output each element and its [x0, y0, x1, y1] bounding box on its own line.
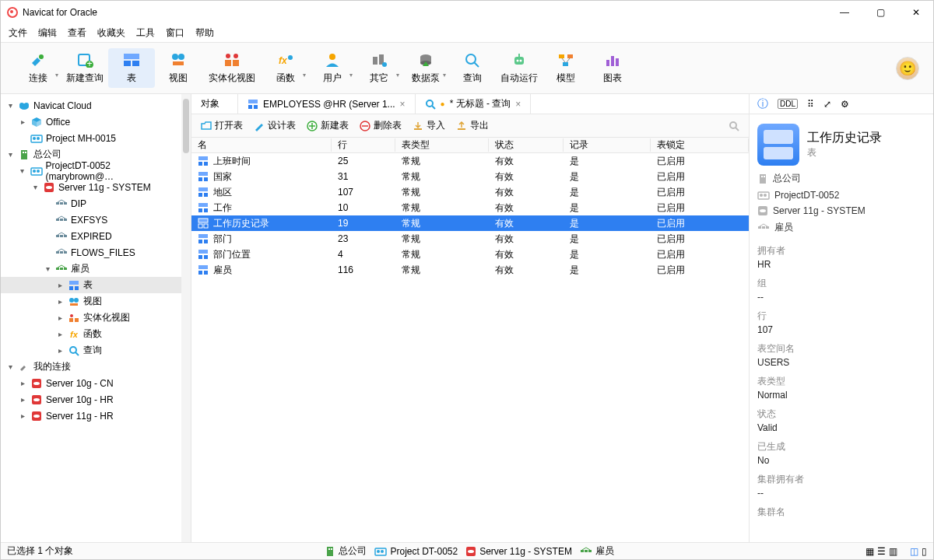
- tree-node[interactable]: ▾雇员: [1, 261, 181, 277]
- toolbar-chart-button[interactable]: 图表: [589, 48, 636, 88]
- tree-caret[interactable]: ▾: [5, 101, 15, 110]
- tree-scrollbar[interactable]: [181, 94, 191, 542]
- tree-caret[interactable]: ▾: [43, 264, 52, 273]
- menu-item[interactable]: 编辑: [38, 26, 57, 40]
- gear-icon[interactable]: ⚙: [841, 99, 849, 110]
- toolbar-user-button[interactable]: 用户: [309, 48, 356, 88]
- menu-item[interactable]: 收藏夹: [97, 26, 125, 40]
- tree-caret[interactable]: ▸: [18, 395, 27, 404]
- toolbar-table-button[interactable]: 表: [108, 48, 155, 88]
- status-path-item[interactable]: Server 11g - SYSTEM: [465, 544, 572, 558]
- menu-item[interactable]: 窗口: [166, 26, 184, 40]
- tab[interactable]: ●* 无标题 - 查询×: [416, 94, 532, 114]
- tree-node[interactable]: ▾ProjectDT-0052 (marybrown@…: [1, 163, 181, 179]
- column-header[interactable]: 名: [191, 138, 332, 152]
- maximize-button[interactable]: ▢: [869, 7, 891, 18]
- tree-node[interactable]: ▾我的连接: [1, 359, 181, 375]
- close-button[interactable]: ✕: [905, 7, 927, 18]
- toolbar-newq-button[interactable]: +新建查询: [61, 48, 108, 88]
- column-header[interactable]: 表锁定: [651, 138, 749, 152]
- connection-tree[interactable]: ▾Navicat Cloud▸OfficeProject MH-0015▾总公司…: [1, 94, 181, 542]
- tree-node[interactable]: ▸Server 10g - CN: [1, 375, 181, 391]
- tree-caret[interactable]: ▾: [30, 183, 40, 191]
- status-path-item[interactable]: Project DT-0052: [374, 544, 458, 558]
- column-header[interactable]: 表类型: [395, 138, 489, 152]
- objtool-open[interactable]: 打开表: [201, 119, 243, 132]
- toolbar-fx-button[interactable]: fx函数: [262, 48, 309, 88]
- tree-node[interactable]: Project MH-0015: [1, 130, 181, 146]
- toolbar-mview-button[interactable]: 实体化视图: [202, 48, 262, 88]
- status-path-item[interactable]: 雇员: [580, 544, 614, 558]
- tree-caret[interactable]: ▾: [5, 150, 15, 159]
- objtool-new[interactable]: 新建表: [307, 119, 349, 132]
- tree-node[interactable]: ▸表: [1, 277, 181, 293]
- tree-caret[interactable]: ▾: [5, 362, 15, 371]
- breadcrumb-item[interactable]: Server 11g - SYSTEM: [757, 205, 925, 216]
- tree-node[interactable]: ▸Server 11g - HR: [1, 408, 181, 424]
- status-path-item[interactable]: 总公司: [325, 544, 367, 558]
- user-avatar[interactable]: 🙂: [896, 57, 919, 80]
- tree-node[interactable]: ▸实体化视图: [1, 310, 181, 326]
- tree-caret[interactable]: ▸: [18, 411, 27, 420]
- toolbar-pump-button[interactable]: 数据泵: [402, 48, 449, 88]
- tree-node[interactable]: ▸查询: [1, 342, 181, 359]
- toolbar-other-button[interactable]: 其它: [356, 48, 402, 88]
- toolbar-view-button[interactable]: 视图: [155, 48, 202, 88]
- table-row[interactable]: 雇员116常规有效是已启用: [191, 262, 749, 278]
- tree-node[interactable]: DIP: [1, 195, 181, 212]
- tab[interactable]: 对象: [191, 94, 238, 114]
- table-row[interactable]: 地区107常规有效是已启用: [191, 184, 749, 200]
- ddl-icon[interactable]: DDL: [778, 99, 798, 109]
- toolbar-robot-button[interactable]: 自动运行: [496, 48, 542, 88]
- breadcrumb-item[interactable]: 总公司: [757, 172, 925, 185]
- breadcrumb-item[interactable]: ProjectDT-0052: [757, 190, 925, 201]
- table-row[interactable]: 工作10常规有效是已启用: [191, 200, 749, 215]
- toolbar-query-button[interactable]: 查询: [449, 48, 496, 88]
- tree-caret[interactable]: ▾: [18, 166, 27, 175]
- tree-caret[interactable]: ▸: [18, 117, 27, 126]
- tree-node[interactable]: ▸Office: [1, 114, 181, 130]
- view-list-icon[interactable]: ☰: [877, 546, 886, 557]
- tree-node[interactable]: ▸Server 10g - HR: [1, 391, 181, 408]
- breadcrumb-item[interactable]: 雇员: [757, 221, 925, 234]
- objtool-del[interactable]: 删除表: [360, 119, 402, 132]
- tree-node[interactable]: FLOWS_FILES: [1, 244, 181, 261]
- column-header[interactable]: 行: [332, 138, 395, 152]
- tab-close-icon[interactable]: ×: [400, 99, 406, 110]
- column-header[interactable]: 记录: [564, 138, 651, 152]
- view-grid-icon[interactable]: ▦: [866, 546, 874, 557]
- tab[interactable]: EMPLOYESS @HR (Server 1...×: [238, 94, 416, 114]
- view-detail-icon[interactable]: ▥: [889, 546, 897, 557]
- tree-caret[interactable]: ▸: [55, 346, 65, 355]
- objtool-design[interactable]: 设计表: [254, 119, 296, 132]
- tree-node[interactable]: EXFSYS: [1, 212, 181, 228]
- objtool-imp[interactable]: 导入: [413, 119, 445, 132]
- tree-caret[interactable]: ▸: [55, 313, 65, 322]
- table-row[interactable]: 工作历史记录19常规有效是已启用: [191, 215, 749, 231]
- menu-item[interactable]: 查看: [68, 26, 86, 40]
- tree-caret[interactable]: ▸: [55, 281, 65, 289]
- toolbar-plug-button[interactable]: 连接: [15, 48, 61, 88]
- table-row[interactable]: 国家31常规有效是已启用: [191, 169, 749, 184]
- tree-node[interactable]: ▾Navicat Cloud: [1, 97, 181, 114]
- expand-icon[interactable]: ⤢: [823, 99, 831, 110]
- search-icon[interactable]: [729, 121, 739, 131]
- minimize-button[interactable]: ―: [834, 7, 855, 18]
- info-icon[interactable]: ⓘ: [757, 97, 768, 111]
- tree-caret[interactable]: ▸: [18, 379, 27, 387]
- column-header[interactable]: 状态: [489, 138, 564, 152]
- menu-item[interactable]: 文件: [9, 26, 27, 40]
- layout-2-icon[interactable]: ▯: [922, 546, 927, 557]
- tree-caret[interactable]: ▸: [55, 330, 65, 338]
- toolbar-model-button[interactable]: 模型: [542, 48, 589, 88]
- objtool-exp[interactable]: 导出: [456, 119, 489, 132]
- table-row[interactable]: 上班时间25常规有效是已启用: [191, 153, 749, 169]
- tree-caret[interactable]: ▸: [55, 297, 65, 306]
- tree-node[interactable]: ▸视图: [1, 293, 181, 310]
- menu-item[interactable]: 帮助: [195, 26, 214, 40]
- table-row[interactable]: 部门23常规有效是已启用: [191, 231, 749, 247]
- tree-node[interactable]: ▸fx函数: [1, 326, 181, 342]
- deps-icon[interactable]: ⠿: [807, 99, 814, 110]
- table-row[interactable]: 部门位置4常规有效是已启用: [191, 247, 749, 262]
- layout-1-icon[interactable]: ◫: [910, 546, 918, 557]
